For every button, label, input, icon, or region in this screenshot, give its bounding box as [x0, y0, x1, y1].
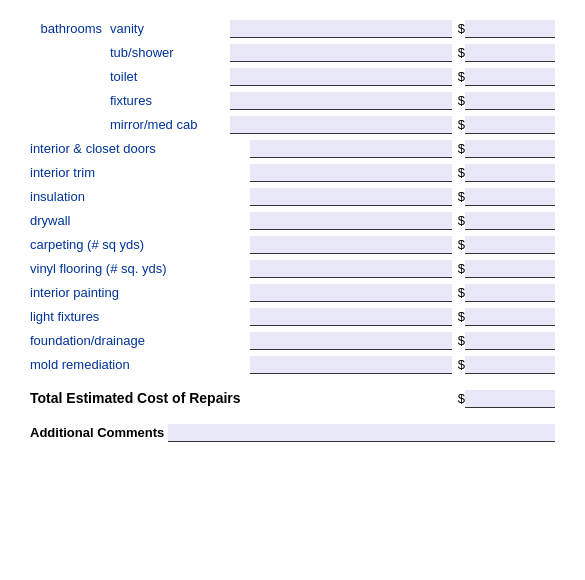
carpeting-input[interactable]: [250, 236, 452, 254]
row-vinyl-flooring: vinyl flooring (# sq. yds) $: [30, 260, 555, 278]
mold-remediation-input[interactable]: [250, 356, 452, 374]
row-light-fixtures: light fixtures $: [30, 308, 555, 326]
row-insulation: insulation $: [30, 188, 555, 206]
vanity-label: vanity: [110, 21, 230, 38]
insulation-input[interactable]: [250, 188, 452, 206]
interior-trim-amount[interactable]: [465, 164, 555, 182]
comments-label: Additional Comments: [30, 425, 164, 442]
interior-trim-input[interactable]: [250, 164, 452, 182]
interior-painting-amount[interactable]: [465, 284, 555, 302]
row-vanity: bathrooms vanity $: [30, 20, 555, 38]
tubshower-dollar: $: [458, 45, 465, 62]
light-fixtures-input[interactable]: [250, 308, 452, 326]
carpeting-amount[interactable]: [465, 236, 555, 254]
comments-input[interactable]: [168, 424, 555, 442]
interior-painting-input[interactable]: [250, 284, 452, 302]
row-interior-trim: interior trim $: [30, 164, 555, 182]
form-page: bathrooms vanity $ tub/shower $ toilet $…: [0, 0, 585, 580]
row-drywall: drywall $: [30, 212, 555, 230]
light-fixtures-label: light fixtures: [30, 309, 250, 326]
light-fixtures-amount[interactable]: [465, 308, 555, 326]
total-label: Total Estimated Cost of Repairs: [30, 390, 452, 408]
row-mold-remediation: mold remediation $: [30, 356, 555, 374]
interior-closet-doors-label: interior & closet doors: [30, 141, 250, 158]
toilet-amount[interactable]: [465, 68, 555, 86]
total-amount[interactable]: [465, 390, 555, 408]
row-interior-closet-doors: interior & closet doors $: [30, 140, 555, 158]
carpeting-dollar: $: [458, 237, 465, 254]
mold-remediation-label: mold remediation: [30, 357, 250, 374]
bathrooms-section: bathrooms vanity $ tub/shower $ toilet $…: [30, 20, 555, 134]
interior-trim-label: interior trim: [30, 165, 250, 182]
vinyl-flooring-input[interactable]: [250, 260, 452, 278]
mirror-amount[interactable]: [465, 116, 555, 134]
total-dollar: $: [458, 391, 465, 408]
toilet-dollar: $: [458, 69, 465, 86]
row-carpeting: carpeting (# sq yds) $: [30, 236, 555, 254]
foundation-drainage-label: foundation/drainage: [30, 333, 250, 350]
row-fixtures-bath: fixtures $: [30, 92, 555, 110]
vanity-dollar: $: [458, 21, 465, 38]
foundation-drainage-amount[interactable]: [465, 332, 555, 350]
vanity-amount[interactable]: [465, 20, 555, 38]
vinyl-flooring-label: vinyl flooring (# sq. yds): [30, 261, 250, 278]
row-interior-painting: interior painting $: [30, 284, 555, 302]
bathrooms-label: bathrooms: [30, 21, 110, 38]
mirror-dollar: $: [458, 117, 465, 134]
comments-row: Additional Comments: [30, 424, 555, 442]
vanity-input[interactable]: [230, 20, 452, 38]
vinyl-flooring-amount[interactable]: [465, 260, 555, 278]
row-tubshower: tub/shower $: [30, 44, 555, 62]
toilet-label: toilet: [110, 69, 230, 86]
toilet-input[interactable]: [230, 68, 452, 86]
drywall-amount[interactable]: [465, 212, 555, 230]
interior-painting-dollar: $: [458, 285, 465, 302]
vinyl-flooring-dollar: $: [458, 261, 465, 278]
fixtures-bath-label: fixtures: [110, 93, 230, 110]
insulation-dollar: $: [458, 189, 465, 206]
insulation-label: insulation: [30, 189, 250, 206]
mirror-label: mirror/med cab: [110, 117, 230, 134]
mirror-input[interactable]: [230, 116, 452, 134]
interior-closet-doors-amount[interactable]: [465, 140, 555, 158]
mold-remediation-dollar: $: [458, 357, 465, 374]
fixtures-bath-amount[interactable]: [465, 92, 555, 110]
drywall-dollar: $: [458, 213, 465, 230]
light-fixtures-dollar: $: [458, 309, 465, 326]
total-row: Total Estimated Cost of Repairs $: [30, 390, 555, 408]
carpeting-label: carpeting (# sq yds): [30, 237, 250, 254]
row-toilet: toilet $: [30, 68, 555, 86]
foundation-drainage-dollar: $: [458, 333, 465, 350]
mold-remediation-amount[interactable]: [465, 356, 555, 374]
tubshower-amount[interactable]: [465, 44, 555, 62]
tubshower-input[interactable]: [230, 44, 452, 62]
main-items-section: interior & closet doors $ interior trim …: [30, 140, 555, 374]
interior-closet-doors-input[interactable]: [250, 140, 452, 158]
insulation-amount[interactable]: [465, 188, 555, 206]
interior-trim-dollar: $: [458, 165, 465, 182]
interior-painting-label: interior painting: [30, 285, 250, 302]
row-foundation-drainage: foundation/drainage $: [30, 332, 555, 350]
row-mirror: mirror/med cab $: [30, 116, 555, 134]
fixtures-bath-input[interactable]: [230, 92, 452, 110]
fixtures-bath-dollar: $: [458, 93, 465, 110]
drywall-input[interactable]: [250, 212, 452, 230]
drywall-label: drywall: [30, 213, 250, 230]
interior-closet-doors-dollar: $: [458, 141, 465, 158]
foundation-drainage-input[interactable]: [250, 332, 452, 350]
tubshower-label: tub/shower: [110, 45, 230, 62]
